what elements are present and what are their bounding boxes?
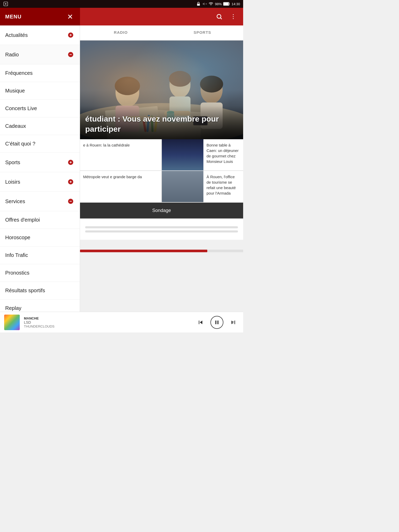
player-next-button[interactable] [228,317,239,328]
search-button[interactable] [214,11,225,22]
svg-point-15 [233,18,234,19]
news-card-2[interactable]: Bonne table à Caen: un déjeuner de gourm… [162,139,243,170]
sidebar-item-label: Replay [5,305,21,311]
sidebar-item-label: Cadeaux [5,123,26,129]
svg-rect-80 [189,186,194,189]
player-album-art [4,315,20,330]
player-previous-button[interactable] [195,317,206,328]
progress-bar-1 [85,226,238,228]
news-card-4[interactable]: À Rouen, l'office de tourisme se refait … [162,171,243,202]
sidebar-item-sports[interactable]: Sports [0,153,80,172]
svg-point-13 [233,14,234,15]
svg-rect-64 [171,161,174,164]
content-area: Actualités Radio [0,25,243,332]
sidebar-item-radio[interactable]: Radio [0,45,80,64]
sondage-button[interactable]: Sondage [80,203,243,218]
poll-area [80,219,243,240]
sidebar-item-label: Résultats sportifs [5,288,45,294]
svg-rect-7 [229,3,230,5]
svg-rect-82 [176,191,181,195]
sidebar-item-info-trafic[interactable]: Info Trafic [0,247,80,264]
svg-rect-78 [176,186,181,189]
player-station: MANCHE [24,316,191,320]
sidebar-item-cadeaux[interactable]: Cadeaux [0,117,80,135]
player-controls [195,316,239,329]
sidebar-item-label: Musique [5,88,25,94]
sidebar-item-label: Loisirs [5,179,20,185]
main-content: RADIO SPORTS [80,25,243,332]
sidebar-item-loisirs[interactable]: Loisirs [0,172,80,192]
collapse-icon [67,197,75,205]
app-container: MENU [0,8,243,332]
red-progress-fill [80,250,207,252]
building-image-svg [162,171,203,202]
svg-point-46 [200,76,223,92]
svg-rect-63 [167,161,170,164]
progress-fill-1 [85,226,192,228]
svg-rect-70 [162,171,203,202]
status-bar: 98% 14:30 [0,0,243,8]
more-options-button[interactable] [228,11,239,22]
svg-rect-57 [183,147,189,152]
sidebar-item-horoscope[interactable]: Horoscope [0,229,80,247]
svg-line-12 [221,18,222,19]
svg-rect-87 [235,321,235,324]
cafe-image-svg [162,139,203,170]
svg-rect-68 [192,161,194,164]
sidebar-item-offres-emploi[interactable]: Offres d'emploi [0,211,80,229]
news-card-1[interactable]: e à Rouen: la la cathédrale [80,139,161,170]
player-band: LSD [24,320,191,324]
news-card-3[interactable]: Métropole veut e grande barge da [80,171,161,202]
news-card-image-4 [162,171,203,202]
svg-rect-60 [166,160,174,161]
news-card-text-2: Bonne table à Caen: un déjeuner de gourm… [203,139,243,170]
sidebar-item-label: Sports [5,159,20,165]
hero-overlay: étudiant : Vous avez novembre pour parti… [80,106,243,139]
sidebar-item-frequences[interactable]: Fréquences [0,64,80,82]
top-bar: MENU [0,8,243,25]
svg-point-37 [116,78,139,107]
menu-label: MENU [5,14,60,20]
sidebar-item-label: Horoscope [5,235,30,241]
news-card-text-1: e à Rouen: la la cathédrale [80,139,161,170]
expand-icon [67,158,75,166]
svg-rect-69 [162,165,203,170]
sidebar-item-concerts-live[interactable]: Concerts Live [0,100,80,117]
tab-sports[interactable]: SPORTS [162,25,243,40]
svg-rect-67 [188,161,190,164]
sidebar-item-pronostics[interactable]: Pronostics [0,264,80,282]
close-menu-button[interactable] [65,12,75,21]
svg-rect-65 [177,161,180,164]
svg-rect-62 [187,160,194,161]
lock-icon [196,2,201,6]
svg-point-1 [5,3,6,5]
svg-rect-84 [189,191,194,195]
tab-radio[interactable]: RADIO [80,25,162,40]
sidebar-item-services[interactable]: Services [0,192,80,211]
hero-section[interactable]: étudiant : Vous avez novembre pour parti… [80,41,243,139]
svg-rect-86 [167,177,198,179]
svg-point-42 [169,71,191,87]
svg-rect-73 [170,180,174,184]
svg-rect-53 [162,139,203,170]
status-app-icon [3,1,8,6]
news-grid: e à Rouen: la la cathédrale [80,139,243,202]
sidebar-item-musique[interactable]: Musique [0,82,80,100]
progress-fill-2 [85,230,162,232]
svg-rect-56 [174,147,180,152]
svg-point-41 [169,71,190,98]
svg-rect-61 [176,160,184,161]
svg-point-5 [211,5,211,6]
svg-rect-71 [162,171,203,187]
sidebar-item-cetait-quoi[interactable]: C'était quoi ? [0,135,80,153]
sidebar-item-label: Services [5,198,25,204]
sidebar-item-actualites[interactable]: Actualités [0,25,80,45]
player-pause-button[interactable] [210,316,223,329]
sidebar-item-label: C'était quoi ? [5,141,35,147]
news-card-text-4: À Rouen, l'office de tourisme se refait … [203,171,243,202]
svg-rect-72 [167,177,198,202]
sidebar-item-label: Info Trafic [5,252,28,258]
player-song: THUNDERCLOUDS [24,324,191,328]
sidebar-item-label: Actualités [5,32,28,38]
sidebar-item-resultats-sportifs[interactable]: Résultats sportifs [0,282,80,300]
